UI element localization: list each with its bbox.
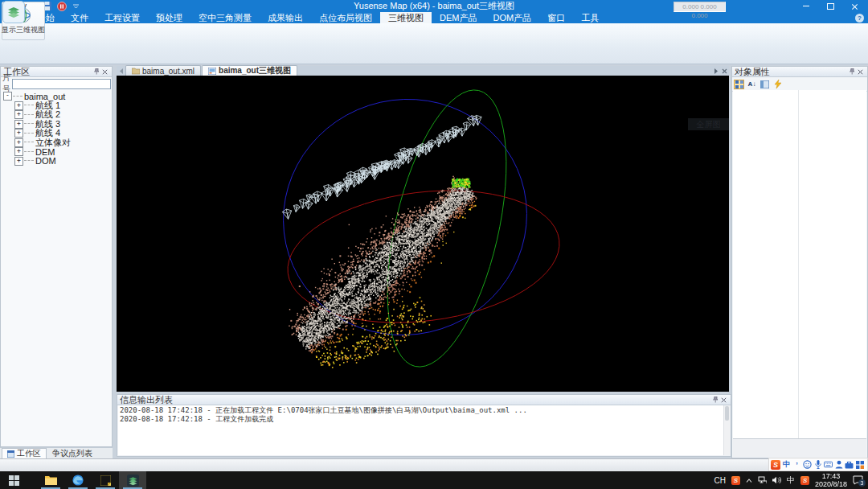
menu-item-11[interactable]: 工具	[573, 12, 607, 23]
alphabetical-sort-icon[interactable]: A↓	[747, 80, 757, 89]
notification-badge: 3	[858, 479, 866, 487]
yusense-map-icon[interactable]	[119, 471, 146, 489]
help-icon[interactable]: ?	[855, 14, 864, 23]
close-icon[interactable]	[100, 68, 109, 76]
menu-item-1[interactable]: 文件	[63, 12, 96, 23]
project-tree: -baima_out+航线 1+航线 2+航线 3+航线 4+立体像对+DEM+…	[1, 90, 112, 166]
filter-input[interactable]	[12, 79, 111, 89]
app-logo	[2, 1, 25, 23]
tree-connector	[24, 105, 34, 106]
tray-language-label[interactable]: CH	[714, 476, 726, 485]
pin-icon[interactable]	[710, 396, 719, 405]
menu-item-9[interactable]: DOM产品	[485, 12, 539, 23]
yusense-logo-icon	[6, 5, 21, 19]
menu-item-8[interactable]: DEM产品	[432, 12, 485, 23]
file-explorer-icon[interactable]	[37, 471, 64, 489]
menu-item-6[interactable]: 点位布局视图	[311, 12, 380, 23]
view3d-doc-icon	[208, 68, 216, 75]
chinese-input-icon[interactable]: 中	[782, 460, 791, 470]
advanced-icon[interactable]	[772, 80, 783, 89]
menu-item-4[interactable]: 空中三角测量	[190, 12, 260, 23]
bottom-tab-1[interactable]: 争议点列表	[47, 448, 98, 458]
left-bottom-tabs: 工作区争议点列表	[0, 447, 113, 458]
ribbon	[0, 23, 868, 64]
minimize-button[interactable]	[794, 0, 818, 12]
tree-connector	[24, 151, 34, 153]
sogou-tray-icon[interactable]: S	[731, 476, 740, 485]
output-scrollbar[interactable]	[723, 405, 730, 455]
bottom-tab-0[interactable]: 工作区	[2, 448, 47, 458]
tree-item[interactable]: +DOM	[3, 157, 112, 166]
qat-dropdown-icon[interactable]	[71, 2, 81, 11]
sogou-logo-icon[interactable]: S	[771, 460, 780, 470]
document-tab-0[interactable]: baima_out.xml	[125, 65, 201, 76]
bottom-tab-label: 工作区	[17, 448, 41, 459]
ime-mode-icon[interactable]: 中	[787, 475, 795, 486]
menu-item-3[interactable]: 预处理	[148, 12, 190, 23]
skin-grid-icon[interactable]	[855, 460, 864, 470]
expand-icon[interactable]: +	[14, 110, 23, 119]
menu-item-2[interactable]: 工程设置	[96, 12, 148, 23]
clock-time: 17:43	[815, 472, 847, 480]
pin-icon[interactable]	[847, 68, 856, 76]
workspace-panel: 工作区 片号 -baima_out+航线 1+航线 2+航线 3+航线 4+立体…	[0, 66, 113, 447]
tree-item-label[interactable]: DOM	[35, 156, 56, 166]
close-button[interactable]	[842, 0, 866, 12]
pause-loading-icon[interactable]	[56, 2, 67, 11]
maximize-button[interactable]	[818, 0, 842, 12]
tree-connector	[24, 114, 34, 116]
soft-keyboard-icon[interactable]	[824, 460, 833, 470]
punctuation-icon[interactable]: ’	[792, 460, 801, 470]
viewport-overlay-label: 全屏图	[688, 118, 729, 130]
tab-close-icon[interactable]	[720, 67, 729, 76]
expand-icon[interactable]: +	[14, 138, 23, 147]
workspace-tab-icon	[7, 450, 14, 458]
sticky-notes-icon[interactable]	[92, 471, 119, 489]
account-icon[interactable]	[834, 460, 843, 470]
pin-icon[interactable]	[92, 68, 100, 76]
menu-item-7[interactable]: 三维视图	[380, 12, 432, 23]
collapse-icon[interactable]: -	[3, 92, 12, 101]
expand-icon[interactable]: +	[14, 101, 23, 110]
document-tab-1[interactable]: baima_out三维视图	[202, 65, 297, 76]
document-tabstrip: baima_out.xmlbaima_out三维视图	[117, 66, 729, 76]
status-bar	[0, 458, 868, 471]
toolbox-icon[interactable]	[845, 460, 854, 470]
menu-item-5[interactable]: 成果输出	[260, 12, 311, 23]
point-cloud-scene[interactable]	[117, 76, 729, 392]
tree-connector	[13, 96, 23, 97]
tree-item[interactable]: +立体像对	[3, 138, 112, 148]
tray-chevron-up-icon[interactable]	[746, 479, 752, 483]
bottom-tab-label: 争议点列表	[52, 448, 92, 459]
notification-center-icon[interactable]: 3	[853, 475, 863, 485]
expand-icon[interactable]: +	[14, 129, 23, 138]
property-grid-divider[interactable]	[798, 90, 799, 439]
expand-icon[interactable]: +	[14, 147, 23, 156]
tree-item-label[interactable]: DEM	[35, 147, 55, 157]
network-icon[interactable]	[758, 476, 767, 484]
volume-icon[interactable]	[772, 476, 781, 484]
tab-scroll-right-icon[interactable]	[711, 67, 720, 76]
mic-icon[interactable]	[813, 460, 822, 470]
viewport-3d[interactable]: 全屏图	[117, 76, 729, 392]
expand-icon[interactable]: +	[14, 157, 23, 166]
menu-item-10[interactable]: 窗口	[539, 12, 573, 23]
document-tab-label: baima_out.xml	[142, 67, 194, 76]
tab-scroll-left-icon[interactable]	[117, 67, 125, 76]
close-icon[interactable]	[719, 396, 728, 405]
property-pages-icon[interactable]	[760, 80, 770, 89]
start-button[interactable]	[0, 471, 27, 489]
output-panel-header: 信息输出列表	[117, 395, 731, 405]
log-lines: 2020-08-18 17:42:18 - 正在加载工程文件 E:\0704张家…	[118, 405, 724, 455]
property-grid[interactable]	[733, 90, 866, 439]
expand-icon[interactable]: +	[14, 120, 23, 129]
show-3d-view-label: 显示三维视图	[2, 25, 45, 35]
sogou-tray-icon[interactable]: S	[800, 476, 809, 485]
title-bar	[0, 0, 868, 12]
emoji-icon[interactable]	[803, 460, 812, 470]
property-description-box	[733, 438, 866, 457]
close-icon[interactable]	[856, 68, 865, 76]
edge-icon[interactable]	[64, 471, 92, 489]
taskbar-clock[interactable]: 17:43 2020/8/18	[815, 472, 847, 488]
categorized-icon[interactable]	[734, 80, 744, 89]
